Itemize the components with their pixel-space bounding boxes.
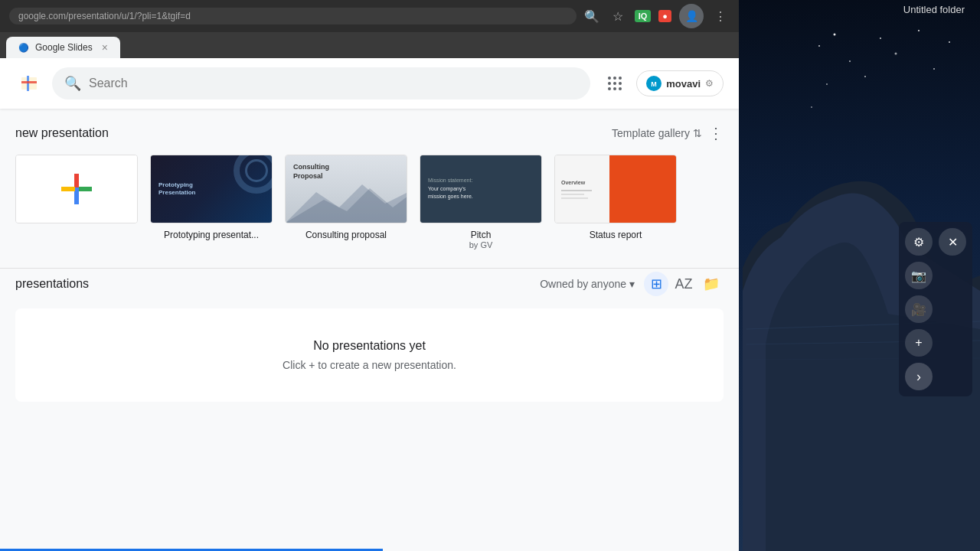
movavi-wheel-icon: ⚙ [705, 78, 714, 89]
template-name-consulting: Consulting proposal [285, 230, 407, 240]
url-text: google.com/presentation/u/1/?pli=1&tgif=… [18, 11, 191, 21]
search-toolbar-icon[interactable]: 🔍 [583, 7, 601, 25]
empty-title: No presentations yet [31, 339, 708, 353]
new-presentation-section: new presentation Template gallery ⇅ ⋮ [0, 124, 739, 249]
template-thumb-pitch: Mission statement: Your company'smission… [420, 155, 542, 223]
pitch-thumb-text: Your company'smission goes here. [428, 185, 473, 201]
svg-point-4 [880, 37, 881, 39]
slides-page: 🔍 M [0, 58, 739, 551]
widget-screenshot-button[interactable]: 📷 [905, 262, 933, 289]
filter-label: Owned by anyone [540, 278, 626, 290]
svg-point-6 [918, 30, 920, 31]
grid-view-button[interactable]: ⊞ [644, 272, 668, 296]
template-name-status: Status report [554, 230, 677, 240]
svg-point-9 [826, 83, 828, 85]
active-tab[interactable]: 🔵 Google Slides × [6, 37, 120, 58]
widget-expand-row: › [905, 363, 966, 390]
owner-filter-button[interactable]: Owned by anyone ▾ [540, 278, 635, 290]
blank-thumb-content [16, 155, 137, 223]
chevron-up-down-icon: ⇅ [693, 127, 702, 139]
section-title: new presentation [15, 126, 109, 140]
svg-rect-25 [61, 187, 75, 191]
search-input[interactable] [89, 77, 578, 90]
browser-chrome: google.com/presentation/u/1/?pli=1&tgif=… [0, 0, 739, 32]
template-prototyping[interactable]: PrototypingPresentation Prototyping pres… [150, 155, 273, 240]
slides-app: 🔍 M [0, 58, 739, 551]
template-thumb-status: Overview [554, 155, 677, 223]
proto-thumb-text: PrototypingPresentation [158, 181, 195, 197]
section-header: new presentation Template gallery ⇅ ⋮ [15, 124, 724, 142]
folder-view-button[interactable]: 📁 [699, 272, 724, 296]
template-gallery-button[interactable]: Template gallery ⇅ [612, 127, 702, 139]
svg-point-5 [895, 53, 897, 55]
template-blank[interactable] [15, 155, 138, 230]
top-nav: 🔍 M [0, 58, 739, 109]
apps-icon [608, 77, 622, 90]
folder-label: Untitled folder [903, 4, 965, 15]
template-name-pitch: Pitch [420, 230, 542, 240]
template-status-report[interactable]: Overview Status report [554, 155, 677, 240]
widget-add-button[interactable]: + [905, 329, 933, 357]
movavi-label: movavi [666, 78, 701, 90]
status-left-panel: Overview [555, 155, 609, 223]
red-badge[interactable]: ● [658, 10, 671, 22]
widget-column: 📷 🎥 + [905, 262, 933, 357]
account-avatar[interactable]: 👤 [679, 4, 704, 28]
widget-top-row: ⚙ ✕ [905, 228, 966, 256]
widget-expand-button[interactable]: › [905, 363, 933, 390]
url-bar[interactable]: google.com/presentation/u/1/?pli=1&tgif=… [9, 8, 577, 24]
svg-point-10 [864, 76, 866, 77]
template-pitch[interactable]: Mission statement: Your company'smission… [420, 155, 542, 249]
svg-rect-24 [74, 174, 79, 187]
widget-gear-button[interactable]: ⚙ [905, 228, 933, 256]
template-gallery-label: Template gallery [612, 127, 690, 139]
svg-rect-19 [21, 81, 37, 83]
svg-point-11 [811, 106, 812, 108]
svg-text:M: M [651, 80, 657, 88]
browser-more-icon[interactable]: ⋮ [711, 7, 730, 25]
filter-chevron-icon: ▾ [629, 278, 635, 290]
section-divider [0, 268, 739, 269]
more-options-button[interactable]: ⋮ [708, 124, 724, 142]
svg-point-2 [834, 34, 836, 36]
svg-point-3 [849, 60, 851, 62]
tab-title: Google Slides [35, 42, 93, 53]
slides-logo [15, 70, 43, 97]
svg-rect-27 [74, 191, 79, 204]
tab-bar: 🔵 Google Slides × [0, 32, 739, 58]
view-toggle: ⊞ AZ 📁 [644, 272, 724, 296]
widget-video-button[interactable]: 🎥 [905, 295, 933, 323]
widget-close-button[interactable]: ✕ [939, 228, 966, 256]
browser-toolbar: 🔍 ☆ IQ ● 👤 ⋮ [583, 4, 730, 28]
svg-point-7 [933, 68, 935, 70]
svg-point-8 [949, 41, 950, 43]
movavi-logo[interactable]: M movavi ⚙ [636, 70, 724, 96]
pitch-thumb-subtitle: Mission statement: [428, 178, 472, 183]
sort-button[interactable]: AZ [671, 272, 696, 296]
template-thumb-prototyping: PrototypingPresentation [150, 155, 273, 223]
search-bar[interactable]: 🔍 [52, 67, 590, 99]
empty-subtitle: Click + to create a new presentation. [31, 359, 708, 371]
template-sub-pitch: by GV [420, 240, 542, 249]
status-overview-label: Overview [561, 180, 585, 185]
template-thumb-consulting: ConsultingProposal [285, 155, 407, 223]
svg-rect-26 [79, 187, 92, 191]
section-actions: Template gallery ⇅ ⋮ [612, 124, 724, 142]
template-consulting[interactable]: ConsultingProposal Consulting proposal [285, 155, 407, 240]
template-name-prototyping: Prototyping presentat... [150, 230, 273, 240]
search-icon: 🔍 [64, 75, 81, 92]
bookmark-icon[interactable]: ☆ [609, 7, 627, 25]
status-right-panel [609, 155, 676, 223]
movavi-widget: ⚙ ✕ 📷 🎥 + › [899, 222, 972, 396]
apps-button[interactable] [599, 68, 630, 99]
recent-header: presentations Owned by anyone ▾ ⊞ AZ 📁 [15, 272, 724, 296]
templates-row: PrototypingPresentation Prototyping pres… [15, 155, 724, 249]
status-thumb-content: Overview [555, 155, 676, 223]
nav-right: M movavi ⚙ [599, 68, 724, 99]
iq-badge[interactable]: IQ [635, 10, 652, 22]
main-content: new presentation Template gallery ⇅ ⋮ [0, 109, 739, 551]
template-thumb-blank [15, 155, 138, 223]
empty-state: No presentations yet Click + to create a… [15, 308, 724, 402]
browser-window: google.com/presentation/u/1/?pli=1&tgif=… [0, 0, 739, 551]
recent-section: presentations Owned by anyone ▾ ⊞ AZ 📁 [0, 272, 739, 402]
